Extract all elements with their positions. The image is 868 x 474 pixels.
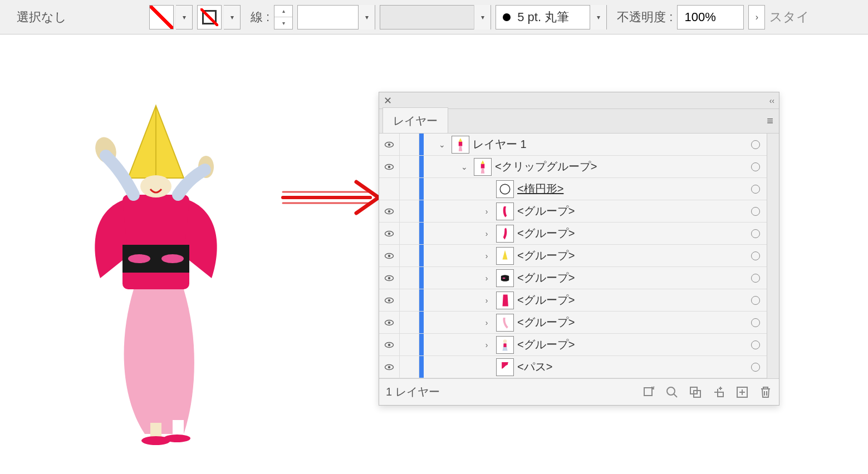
panel-header[interactable]: ✕ ‹‹ [379, 92, 779, 109]
target-button[interactable] [744, 162, 767, 171]
layer-name[interactable]: <グループ> [517, 248, 575, 263]
lock-toggle[interactable] [399, 178, 419, 200]
lock-toggle[interactable] [399, 156, 419, 177]
layer-name[interactable]: <クリップグループ> [495, 159, 597, 174]
layer-thumbnail [496, 203, 514, 220]
layer-name[interactable]: <パス> [517, 359, 552, 374]
lock-toggle[interactable] [399, 200, 419, 222]
layer-name[interactable]: <グループ> [517, 337, 575, 352]
layer-name[interactable]: <楕円形> [517, 181, 563, 196]
canvas-artwork [84, 100, 228, 445]
scrollbar[interactable] [767, 134, 779, 378]
visibility-toggle[interactable] [379, 251, 399, 261]
visibility-toggle[interactable] [379, 340, 399, 350]
layer-name[interactable]: <グループ> [517, 293, 575, 308]
visibility-toggle[interactable] [379, 140, 399, 150]
target-icon [751, 296, 760, 305]
tab-layers[interactable]: レイヤー [382, 107, 448, 133]
stroke-weight-dropdown[interactable]: ▾ [297, 5, 375, 29]
visibility-toggle[interactable] [379, 295, 399, 305]
expand-toggle[interactable]: › [480, 318, 493, 327]
layer-row[interactable]: <楕円形> [379, 178, 767, 200]
search-icon[interactable] [665, 386, 679, 399]
expand-toggle[interactable]: ⌄ [458, 162, 470, 171]
layer-row[interactable]: ›<グループ> [379, 312, 767, 334]
variable-width-dropdown[interactable]: ▾ [380, 5, 491, 29]
eye-icon [384, 362, 394, 372]
target-button[interactable] [744, 229, 767, 238]
layer-row[interactable]: ›<グループ> [379, 200, 767, 223]
expand-toggle[interactable]: › [480, 251, 493, 260]
expand-toggle[interactable]: › [480, 274, 493, 283]
visibility-toggle[interactable] [379, 229, 399, 239]
stroke-dropdown[interactable]: ▾ [224, 5, 241, 29]
visibility-toggle[interactable] [379, 206, 399, 216]
new-sublayer-icon[interactable] [712, 386, 725, 399]
target-button[interactable] [744, 207, 767, 216]
visibility-toggle[interactable] [379, 362, 399, 372]
target-button[interactable] [744, 318, 767, 327]
lock-toggle[interactable] [399, 312, 419, 333]
target-button[interactable] [744, 274, 767, 283]
expand-toggle[interactable]: › [480, 340, 493, 349]
style-label-cutoff: スタイ [769, 8, 810, 26]
visibility-toggle[interactable] [379, 273, 399, 283]
lock-toggle[interactable] [399, 223, 419, 244]
visibility-toggle[interactable] [379, 318, 399, 328]
layer-row[interactable]: <パス> [379, 356, 767, 378]
target-button[interactable] [744, 363, 767, 372]
layer-thumbnail [496, 247, 514, 265]
lock-toggle[interactable] [399, 267, 419, 289]
expand-toggle[interactable]: › [480, 296, 493, 305]
target-button[interactable] [744, 340, 767, 349]
lock-toggle[interactable] [399, 134, 419, 155]
svg-point-19 [388, 210, 391, 213]
svg-point-2 [128, 254, 150, 263]
lock-toggle[interactable] [399, 245, 419, 266]
stroke-weight-stepper[interactable]: ▴▾ [274, 5, 293, 29]
layer-name[interactable]: <グループ> [517, 226, 575, 241]
panel-menu-icon[interactable]: ≡ [767, 115, 773, 133]
visibility-toggle[interactable] [379, 162, 399, 172]
lock-toggle[interactable] [399, 289, 419, 311]
layer-row[interactable]: ›<グループ> [379, 267, 767, 289]
locate-object-icon[interactable] [642, 386, 655, 399]
selection-color-bar [419, 267, 424, 289]
brush-dropdown[interactable]: 5 pt. 丸筆 ▾ [496, 5, 607, 29]
eye-icon [384, 318, 394, 328]
fill-dropdown[interactable]: ▾ [176, 5, 193, 29]
layer-thumbnail [496, 225, 514, 243]
new-layer-icon[interactable] [735, 386, 749, 399]
expand-toggle[interactable]: › [480, 207, 493, 216]
layer-row[interactable]: ›<グループ> [379, 289, 767, 312]
layer-name[interactable]: <グループ> [517, 315, 575, 330]
svg-point-15 [388, 165, 391, 168]
stroke-swatch[interactable] [197, 5, 222, 29]
expand-toggle[interactable]: ⌄ [436, 140, 448, 149]
lock-toggle[interactable] [399, 356, 419, 378]
fill-swatch[interactable] [149, 5, 174, 29]
layer-row[interactable]: ›<グループ> [379, 245, 767, 267]
target-button[interactable] [744, 185, 767, 194]
expand-toggle[interactable]: › [480, 229, 493, 238]
selection-color-bar [419, 134, 424, 155]
collapse-icon[interactable]: ‹‹ [769, 96, 774, 105]
layer-name[interactable]: レイヤー 1 [473, 137, 527, 152]
target-icon [751, 229, 760, 238]
target-button[interactable] [744, 251, 767, 260]
layer-name[interactable]: <グループ> [517, 270, 575, 285]
target-button[interactable] [744, 296, 767, 305]
annotation-arrow [278, 175, 384, 220]
opacity-dropdown[interactable]: › [748, 5, 765, 29]
opacity-value[interactable]: 100% [677, 5, 744, 29]
layer-name[interactable]: <グループ> [517, 204, 575, 219]
lock-toggle[interactable] [399, 334, 419, 356]
target-button[interactable] [744, 140, 767, 149]
clipping-mask-icon[interactable] [689, 386, 702, 399]
delete-icon[interactable] [759, 386, 772, 399]
layer-row[interactable]: ›<グループ> [379, 334, 767, 356]
layer-row[interactable]: ⌄<クリップグループ> [379, 156, 767, 178]
layer-row[interactable]: ⌄レイヤー 1 [379, 134, 767, 156]
close-icon[interactable]: ✕ [384, 95, 392, 107]
layer-row[interactable]: ›<グループ> [379, 223, 767, 245]
